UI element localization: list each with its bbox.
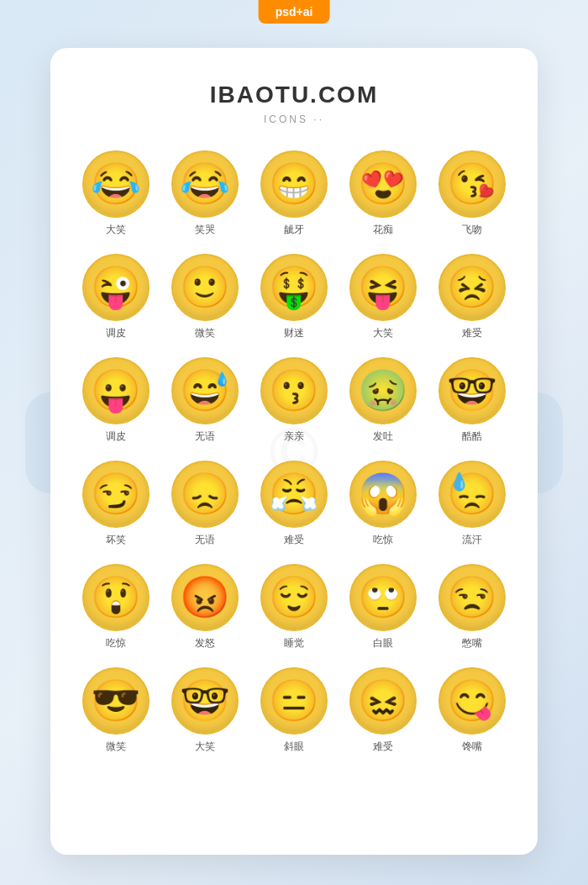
emoji-face-e28: 😑: [260, 667, 328, 735]
emoji-face-e19: 😱: [349, 461, 417, 528]
emoji-face-e16: 😏: [82, 461, 150, 528]
emoji-label-e1: 大笑: [106, 223, 126, 237]
emoji-item-e26: 😎微笑: [76, 667, 156, 754]
emoji-face-e5: 😘: [438, 150, 506, 218]
emoji-face-e9: 😝: [349, 254, 417, 321]
emoji-item-e19: 😱吃惊: [343, 461, 423, 547]
emoji-label-e17: 无语: [195, 533, 215, 547]
emoji-label-e14: 发吐: [373, 429, 393, 444]
emoji-item-e11: 😛调皮: [76, 357, 156, 444]
emoji-label-e26: 微笑: [106, 740, 126, 754]
emoji-face-e14: 🤢: [349, 357, 417, 424]
emoji-label-e9: 大笑: [373, 326, 393, 340]
emoji-label-e3: 龇牙: [284, 223, 304, 237]
emoji-label-e6: 调皮: [106, 326, 126, 340]
emoji-label-e13: 亲亲: [284, 429, 304, 444]
emoji-face-e20: 😓: [438, 461, 506, 528]
emoji-face-e24: 🙄: [349, 564, 417, 631]
emoji-face-e4: 😍: [349, 150, 417, 218]
emoji-item-e20: 😓流汗: [432, 461, 512, 547]
emoji-item-e23: 😌睡觉: [254, 564, 334, 651]
emoji-label-e23: 睡觉: [284, 636, 304, 651]
emoji-face-e11: 😛: [82, 357, 150, 424]
emoji-item-e21: 😲吃惊: [76, 564, 156, 651]
emoji-label-e7: 微笑: [195, 326, 215, 340]
emoji-face-e1: 😂: [82, 150, 150, 218]
emoji-face-e27: 🤓: [171, 667, 239, 735]
emoji-label-e29: 难受: [373, 740, 393, 754]
emoji-grid: 😂大笑😂笑哭😁龇牙😍花痴😘飞吻😜调皮🙂微笑🤑财迷😝大笑😣难受😛调皮😅无语😗亲亲🤢…: [76, 150, 512, 754]
emoji-label-e22: 发怒: [195, 636, 215, 651]
emoji-label-e10: 难受: [462, 326, 482, 340]
emoji-label-e2: 笑哭: [195, 223, 215, 237]
emoji-label-e28: 斜眼: [284, 740, 304, 754]
emoji-label-e8: 财迷: [284, 326, 304, 340]
emoji-label-e27: 大笑: [195, 740, 215, 754]
emoji-item-e9: 😝大笑: [343, 254, 423, 340]
emoji-face-e12: 😅: [171, 357, 239, 424]
top-badge: psd+ai: [259, 0, 330, 24]
emoji-item-e14: 🤢发吐: [343, 357, 423, 444]
emoji-item-e6: 😜调皮: [76, 254, 156, 340]
emoji-item-e30: 😋馋嘴: [432, 667, 512, 754]
card-subtitle: ICONS ··: [76, 113, 512, 125]
emoji-item-e4: 😍花痴: [343, 150, 423, 237]
emoji-label-e24: 白眼: [373, 636, 393, 651]
emoji-face-e10: 😣: [438, 254, 506, 321]
emoji-face-e2: 😂: [171, 150, 239, 218]
emoji-item-e25: 😒憋嘴: [432, 564, 512, 651]
emoji-face-e7: 🙂: [171, 254, 239, 321]
emoji-face-e23: 😌: [260, 564, 328, 631]
emoji-item-e13: 😗亲亲: [254, 357, 334, 444]
emoji-label-e19: 吃惊: [373, 533, 393, 547]
emoji-item-e8: 🤑财迷: [254, 254, 334, 340]
emoji-item-e27: 🤓大笑: [165, 667, 245, 754]
emoji-item-e18: 😤难受: [254, 461, 334, 547]
emoji-item-e3: 😁龇牙: [254, 150, 334, 237]
emoji-item-e29: 😖难受: [343, 667, 423, 754]
emoji-label-e21: 吃惊: [106, 636, 126, 651]
emoji-item-e5: 😘飞吻: [432, 150, 512, 237]
emoji-item-e10: 😣难受: [432, 254, 512, 340]
emoji-label-e25: 憋嘴: [462, 636, 482, 651]
emoji-label-e12: 无语: [195, 429, 215, 444]
emoji-face-e25: 😒: [438, 564, 506, 631]
emoji-face-e30: 😋: [438, 667, 506, 735]
emoji-label-e18: 难受: [284, 533, 304, 547]
emoji-item-e1: 😂大笑: [76, 150, 156, 237]
emoji-item-e12: 😅无语: [165, 357, 245, 444]
emoji-face-e13: 😗: [260, 357, 328, 424]
card-title: IBAOTU.COM: [76, 82, 512, 108]
emoji-label-e20: 流汗: [462, 533, 482, 547]
main-card: © IBAOTU.COM ICONS ·· 😂大笑😂笑哭😁龇牙😍花痴😘飞吻😜调皮…: [50, 48, 538, 855]
emoji-face-e3: 😁: [260, 150, 328, 218]
emoji-label-e16: 坏笑: [106, 533, 126, 547]
emoji-item-e28: 😑斜眼: [254, 667, 334, 754]
emoji-face-e8: 🤑: [260, 254, 328, 321]
emoji-item-e15: 🤓酷酷: [432, 357, 512, 444]
emoji-label-e15: 酷酷: [462, 429, 482, 444]
emoji-face-e21: 😲: [82, 564, 150, 631]
emoji-label-e30: 馋嘴: [462, 740, 482, 754]
emoji-item-e24: 🙄白眼: [343, 564, 423, 651]
emoji-item-e2: 😂笑哭: [165, 150, 245, 237]
emoji-face-e22: 😡: [171, 564, 239, 631]
emoji-face-e29: 😖: [349, 667, 417, 735]
emoji-face-e6: 😜: [82, 254, 150, 321]
emoji-face-e18: 😤: [260, 461, 328, 528]
emoji-label-e11: 调皮: [106, 429, 126, 444]
emoji-face-e26: 😎: [82, 667, 150, 735]
emoji-item-e22: 😡发怒: [165, 564, 245, 651]
emoji-face-e15: 🤓: [438, 357, 506, 424]
emoji-label-e4: 花痴: [373, 223, 393, 237]
emoji-item-e16: 😏坏笑: [76, 461, 156, 547]
emoji-item-e7: 🙂微笑: [165, 254, 245, 340]
emoji-label-e5: 飞吻: [462, 223, 482, 237]
emoji-face-e17: 😞: [171, 461, 239, 528]
emoji-item-e17: 😞无语: [165, 461, 245, 547]
